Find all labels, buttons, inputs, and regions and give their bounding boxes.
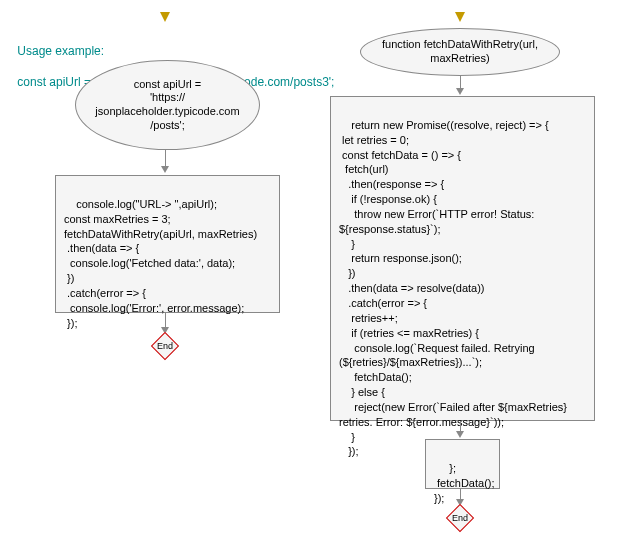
right-end-diamond: End <box>446 504 474 532</box>
connector-right-2-arrow <box>456 431 464 438</box>
left-end-diamond: End <box>151 332 179 360</box>
right-rect2-text: }; fetchData(); }); <box>434 462 495 504</box>
right-process-rect-1: return new Promise((resolve, reject) => … <box>330 96 595 421</box>
left-ellipse-text: const apiUrl = 'https:// jsonplaceholder… <box>95 78 239 133</box>
connector-left-1-arrow <box>161 166 169 173</box>
right-start-ellipse: function fetchDataWithRetry(url, maxRetr… <box>360 28 560 76</box>
usage-line1: Usage example: <box>17 44 104 58</box>
connector-right-1-arrow <box>456 88 464 95</box>
right-process-rect-2: }; fetchData(); }); <box>425 439 500 489</box>
right-rect1-text: return new Promise((resolve, reject) => … <box>339 119 567 458</box>
left-rect-text: console.log("URL-> ",apiUrl); const maxR… <box>64 198 257 329</box>
flowchart-canvas: Usage example: const apiUrl = 'https://j… <box>0 0 618 537</box>
right-ellipse-text: function fetchDataWithRetry(url, maxRetr… <box>382 38 538 66</box>
left-process-rect: console.log("URL-> ",apiUrl); const maxR… <box>55 175 280 313</box>
entry-arrow-left <box>160 12 170 22</box>
entry-arrow-right <box>455 12 465 22</box>
left-end-label: End <box>157 341 173 351</box>
right-end-label: End <box>452 513 468 523</box>
left-start-ellipse: const apiUrl = 'https:// jsonplaceholder… <box>75 60 260 150</box>
